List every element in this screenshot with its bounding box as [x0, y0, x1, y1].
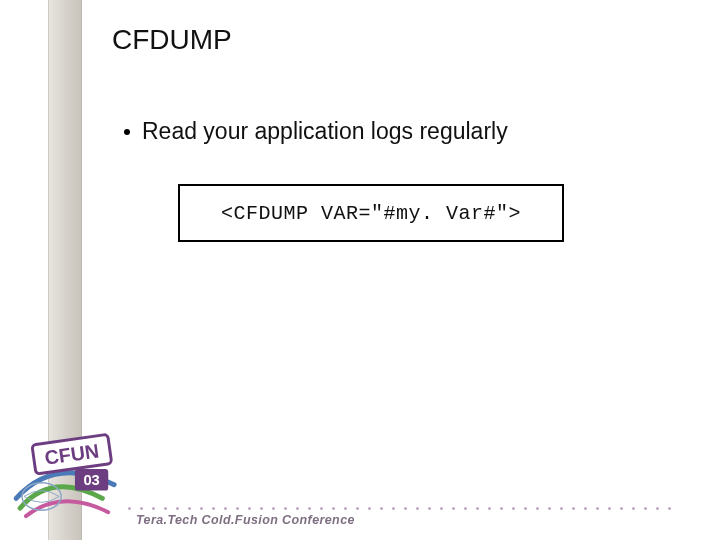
bullet-item: Read your application logs regularly — [124, 118, 508, 145]
footer-dot-row — [128, 507, 671, 510]
left-stripe — [48, 0, 82, 540]
code-text: <CFDUMP VAR="#my. Var#"> — [221, 202, 521, 225]
footer-text: Tera.Tech Cold.Fusion Conference — [136, 513, 355, 527]
code-box: <CFDUMP VAR="#my. Var#"> — [178, 184, 564, 242]
slide: CFDUMP Read your application logs regula… — [0, 0, 720, 540]
footer-art: CFUN 03 Tera.Tech Cold.Fusion Conference — [0, 420, 720, 540]
logo-year-text: 03 — [83, 472, 99, 488]
bullet-text: Read your application logs regularly — [142, 118, 508, 145]
bullet-dot-icon — [124, 129, 130, 135]
page-title: CFDUMP — [112, 24, 232, 56]
